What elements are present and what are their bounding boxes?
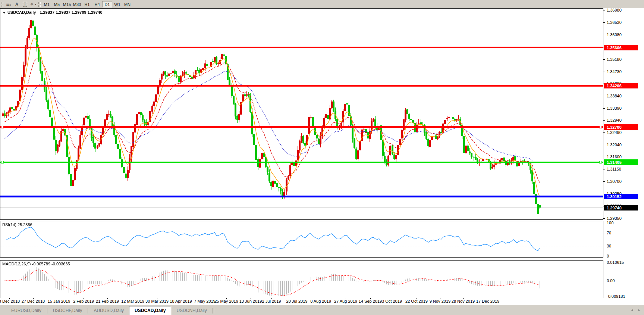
chart-title: ▼USDCAD,Daily1.29837 1.29837 1.29709 1.2… bbox=[3, 10, 103, 15]
rsi-panel[interactable]: RSI(14) 25.2556 bbox=[0, 221, 603, 258]
cursor-mode-icon[interactable]: ❖▾ bbox=[29, 1, 37, 8]
price-tick bbox=[603, 22, 605, 23]
horizontal-line-object[interactable] bbox=[0, 162, 603, 163]
price-tick bbox=[603, 96, 605, 96]
tab-usdcad[interactable]: USDCAD,Daily bbox=[129, 306, 171, 315]
collapse-arrow-icon[interactable]: ▼ bbox=[3, 11, 6, 15]
macd-canvas[interactable] bbox=[0, 261, 603, 298]
horizontal-line-object[interactable] bbox=[0, 126, 603, 128]
price-tick bbox=[603, 35, 605, 35]
price-axis-label: 1.33390 bbox=[607, 106, 622, 110]
time-axis-label: 15 Jan 2019 bbox=[48, 299, 70, 303]
hline-price-badge: 1.31405 bbox=[604, 159, 638, 165]
time-axis-label: 9 Nov 2019 bbox=[430, 299, 450, 303]
price-tick bbox=[603, 145, 605, 145]
text-label-icon[interactable]: A bbox=[13, 1, 21, 8]
current-price-badge: 1.29740 bbox=[604, 205, 638, 210]
time-axis-label: 8 Aug 2019 bbox=[310, 299, 331, 303]
candlestick-canvas[interactable] bbox=[0, 9, 603, 219]
price-axis-label: 1.32490 bbox=[607, 130, 622, 135]
macd-axis-label: 0.00 bbox=[607, 278, 615, 283]
time-axis-label: 8 Dec 2018 bbox=[0, 299, 20, 303]
tab-usdchf[interactable]: USDCHF,Daily bbox=[48, 307, 88, 315]
time-axis-label: 2 Feb 2019 bbox=[73, 299, 94, 303]
price-axis-label: 1.36080 bbox=[607, 32, 622, 37]
macd-panel[interactable]: MACD(12,26,9) -0.005789 -0.003635 bbox=[0, 260, 603, 298]
line-selection-handle[interactable] bbox=[1, 126, 4, 128]
ohlc-values: 1.29837 1.29837 1.29709 1.29740 bbox=[40, 10, 102, 15]
rsi-axis-label: 100 bbox=[607, 221, 613, 225]
price-tick bbox=[603, 108, 605, 109]
hline-price-badge: 1.35606 bbox=[604, 45, 638, 50]
tab-separator bbox=[88, 308, 88, 314]
rsi-axis-label: 30 bbox=[607, 244, 611, 248]
time-axis-label: 27 Dec 2018 bbox=[22, 299, 45, 303]
tab-eurusd[interactable]: EURUSD,Daily bbox=[6, 307, 47, 315]
text-box-icon[interactable]: T bbox=[21, 1, 29, 8]
time-axis-label: 13 Jun 2019 bbox=[239, 299, 262, 303]
hline-price-badge: 1.30152 bbox=[604, 194, 638, 199]
rsi-axis-label: 70 bbox=[607, 231, 611, 235]
price-axis-label: 1.31150 bbox=[607, 167, 621, 171]
price-tick bbox=[603, 120, 605, 121]
time-axis-label: 22 Oct 2019 bbox=[405, 299, 428, 303]
time-axis-label: 25 May 2019 bbox=[214, 299, 238, 303]
price-axis-label: 1.34730 bbox=[607, 69, 622, 74]
toolbar: ☰F A T ❖▾ M1M5M15M30H1H4D1W1MN bbox=[0, 0, 644, 8]
tab-audusd[interactable]: AUDUSD,Daily bbox=[88, 307, 129, 315]
timeframe-button-w1[interactable]: W1 bbox=[112, 1, 122, 7]
lines-icon: ☰ bbox=[6, 2, 9, 6]
timeframe-button-m30[interactable]: M30 bbox=[72, 1, 82, 7]
macd-label: MACD(12,26,9) -0.005789 -0.003635 bbox=[2, 262, 70, 266]
horizontal-line-object[interactable] bbox=[0, 196, 603, 197]
price-tick bbox=[603, 10, 605, 10]
timeframe-button-m1[interactable]: M1 bbox=[42, 1, 52, 7]
tab-scroll-right-icon[interactable]: ▸ bbox=[638, 308, 640, 312]
time-axis-label: 7 May 2019 bbox=[194, 299, 215, 303]
rsi-axis-label: 0 bbox=[607, 254, 609, 258]
timeframe-button-d1[interactable]: D1 bbox=[102, 1, 112, 7]
price-tick bbox=[603, 169, 605, 169]
price-tick bbox=[603, 59, 605, 60]
timeframe-button-h4[interactable]: H4 bbox=[92, 1, 102, 7]
timeframe-button-m15[interactable]: M15 bbox=[62, 1, 72, 7]
price-scale[interactable]: 1.369801.365301.360801.356301.351801.347… bbox=[603, 8, 644, 298]
timeframe-button-m5[interactable]: M5 bbox=[52, 1, 62, 7]
horizontal-line-object[interactable] bbox=[0, 85, 603, 87]
price-axis-label: 1.32940 bbox=[607, 118, 622, 122]
price-tick bbox=[603, 218, 605, 219]
price-tick bbox=[603, 157, 605, 157]
line-selection-handle[interactable] bbox=[599, 161, 602, 163]
timeframe-button-h1[interactable]: H1 bbox=[82, 1, 92, 7]
time-axis-label: 12 Mar 2019 bbox=[121, 299, 144, 303]
time-scale[interactable]: 8 Dec 201827 Dec 201815 Jan 20192 Feb 20… bbox=[0, 298, 644, 304]
toolbar-grip[interactable] bbox=[1, 2, 3, 7]
macd-axis-label: 0.010615 bbox=[607, 260, 624, 265]
price-tick bbox=[603, 72, 605, 72]
time-axis-label: 14 Sep 2019 bbox=[359, 299, 382, 303]
chevron-down-icon[interactable]: ▾ bbox=[35, 3, 36, 6]
timeframe-toolbar: M1M5M15M30H1H4D1W1MN bbox=[42, 1, 132, 7]
tab-separator bbox=[47, 308, 47, 314]
line-selection-handle[interactable] bbox=[1, 161, 4, 163]
time-axis-label: 18 Apr 2019 bbox=[170, 299, 192, 303]
tab-usdcnh[interactable]: USDCNH,Daily bbox=[171, 307, 212, 315]
rsi-label: RSI(14) 25.2556 bbox=[2, 222, 32, 227]
horizontal-line-object[interactable] bbox=[0, 47, 603, 48]
price-axis-label: 1.30700 bbox=[607, 179, 622, 184]
price-chart-panel[interactable]: ▼USDCAD,Daily1.29837 1.29837 1.29709 1.2… bbox=[0, 8, 603, 220]
price-tick bbox=[603, 181, 605, 182]
time-axis-label: 21 Feb 2019 bbox=[96, 299, 119, 303]
line-selection-handle[interactable] bbox=[599, 126, 602, 128]
time-axis-label: 3 Oct 2019 bbox=[382, 299, 402, 303]
timeframe-button-mn[interactable]: MN bbox=[122, 1, 132, 7]
rsi-canvas[interactable] bbox=[0, 221, 603, 257]
symbol-tabbar: EURUSD,DailyUSDCHF,DailyAUDUSD,DailyUSDC… bbox=[0, 305, 644, 315]
time-axis-label: 28 Nov 2019 bbox=[452, 299, 475, 303]
toolbar-grip[interactable] bbox=[38, 2, 41, 7]
tab-separator bbox=[213, 308, 213, 314]
price-axis-label: 1.31600 bbox=[607, 155, 622, 159]
tab-scroll-left-icon[interactable]: ◂ bbox=[631, 308, 633, 312]
chart-shift-icon[interactable]: ☰F bbox=[4, 1, 13, 8]
mt4-window: ☰F A T ❖▾ M1M5M15M30H1H4D1W1MN ▼USDCAD,D… bbox=[0, 0, 644, 315]
